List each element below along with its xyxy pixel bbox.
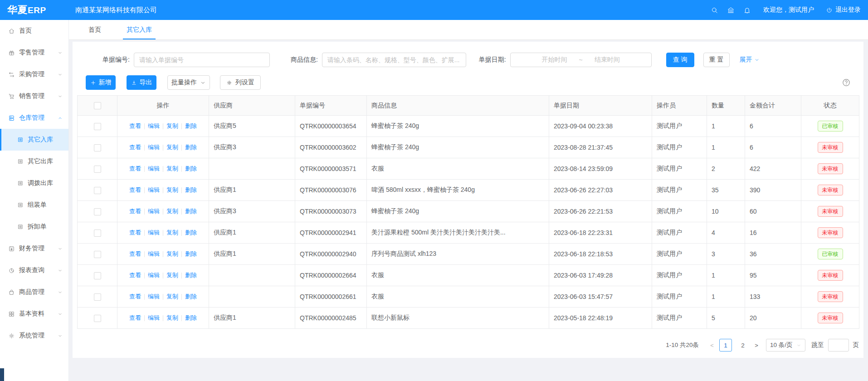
doc-icon [17, 224, 24, 230]
select-all-checkbox[interactable] [94, 102, 101, 109]
logout-button[interactable]: 退出登录 [826, 6, 861, 14]
action-separator [144, 315, 145, 321]
sidebar-item-11[interactable]: 报表查询 [0, 259, 68, 281]
expand-filters-link[interactable]: 展开 [740, 56, 760, 64]
row-checkbox[interactable] [94, 293, 101, 301]
sidebar-item-7[interactable]: 调拨出库 [0, 172, 68, 194]
material-input[interactable] [322, 53, 466, 67]
export-button[interactable]: 导出 [127, 75, 156, 90]
bill-no-cell: QTRK00000003571 [295, 158, 367, 180]
row-checkbox[interactable] [94, 272, 101, 279]
row-action-view[interactable]: 查看 [129, 165, 141, 173]
next-page-button[interactable]: > [751, 342, 761, 349]
row-checkbox[interactable] [94, 208, 101, 215]
row-action-delete[interactable]: 删除 [185, 293, 197, 301]
row-action-delete[interactable]: 删除 [185, 229, 197, 237]
sidebar-item-6[interactable]: 其它出库 [0, 151, 68, 172]
page-size-select[interactable]: 10 条/页 [766, 339, 805, 352]
row-action-view[interactable]: 查看 [129, 122, 141, 130]
row-action-copy[interactable]: 复制 [166, 207, 178, 215]
row-action-copy[interactable]: 复制 [166, 229, 178, 237]
row-checkbox[interactable] [94, 251, 101, 258]
row-action-view[interactable]: 查看 [129, 143, 141, 151]
row-action-edit[interactable]: 编辑 [148, 165, 160, 173]
row-action-view[interactable]: 查看 [129, 271, 141, 279]
row-action-copy[interactable]: 复制 [166, 122, 178, 130]
sidebar-item-8[interactable]: 组装单 [0, 194, 68, 216]
sidebar-item-9[interactable]: 拆卸单 [0, 216, 68, 238]
row-action-copy[interactable]: 复制 [166, 165, 178, 173]
sidebar-item-13[interactable]: 基本资料 [0, 303, 68, 325]
action-separator [144, 273, 145, 278]
row-action-edit[interactable]: 编辑 [148, 122, 160, 130]
row-action-copy[interactable]: 复制 [166, 314, 178, 322]
page-number-1[interactable]: 1 [719, 339, 732, 352]
checkbox-cell [78, 265, 117, 286]
row-action-view[interactable]: 查看 [129, 314, 141, 322]
row-action-edit[interactable]: 编辑 [148, 186, 160, 194]
date-range-picker[interactable]: 开始时间 ~ 结束时间 [510, 53, 652, 67]
sidebar-scroll-thumb[interactable] [0, 368, 4, 381]
page-number-2[interactable]: 2 [736, 339, 749, 352]
row-action-delete[interactable]: 删除 [185, 250, 197, 258]
tab-home[interactable]: 首页 [88, 20, 101, 39]
row-action-delete[interactable]: 删除 [185, 122, 197, 130]
prev-page-button[interactable]: < [707, 342, 717, 349]
row-action-view[interactable]: 查看 [129, 250, 141, 258]
row-action-view[interactable]: 查看 [129, 186, 141, 194]
row-checkbox[interactable] [94, 230, 101, 237]
sidebar-item-0[interactable]: 首页 [0, 20, 68, 42]
question-icon [842, 78, 851, 87]
row-action-edit[interactable]: 编辑 [148, 314, 160, 322]
row-action-edit[interactable]: 编辑 [148, 293, 160, 301]
sidebar-item-5[interactable]: 其它入库 [0, 129, 68, 151]
row-action-copy[interactable]: 复制 [166, 186, 178, 194]
row-action-edit[interactable]: 编辑 [148, 271, 160, 279]
row-action-delete[interactable]: 删除 [185, 271, 197, 279]
table-row: 查看编辑复制删除供应商5QTRK00000003654蜂蜜柚子茶 240g202… [78, 116, 859, 137]
total-cell: 20 [745, 308, 801, 329]
row-action-delete[interactable]: 删除 [185, 186, 197, 194]
row-action-edit[interactable]: 编辑 [148, 229, 160, 237]
row-action-delete[interactable]: 删除 [185, 165, 197, 173]
row-action-copy[interactable]: 复制 [166, 293, 178, 301]
row-action-delete[interactable]: 删除 [185, 207, 197, 215]
sidebar-item-10[interactable]: 财务管理 [0, 238, 68, 259]
row-checkbox[interactable] [94, 144, 101, 151]
row-action-delete[interactable]: 删除 [185, 314, 197, 322]
search-submit-button[interactable]: 查 询 [666, 53, 694, 67]
row-checkbox[interactable] [94, 315, 101, 322]
sidebar-item-12[interactable]: 商品管理 [0, 281, 68, 303]
operator-cell: 测试用户 [652, 308, 707, 329]
notification-button[interactable] [739, 0, 755, 20]
row-action-copy[interactable]: 复制 [166, 143, 178, 151]
batch-actions-dropdown[interactable]: 批量操作 [167, 75, 210, 90]
row-action-delete[interactable]: 删除 [185, 143, 197, 151]
row-action-copy[interactable]: 复制 [166, 271, 178, 279]
platform-button[interactable] [722, 0, 739, 20]
bill-no-input[interactable] [134, 53, 270, 67]
jump-to-page-input[interactable] [828, 339, 849, 352]
add-button[interactable]: 新增 [86, 75, 116, 90]
row-checkbox[interactable] [94, 123, 101, 130]
row-action-view[interactable]: 查看 [129, 293, 141, 301]
sidebar-item-2[interactable]: 采购管理 [0, 64, 68, 85]
row-action-edit[interactable]: 编辑 [148, 207, 160, 215]
search-button[interactable] [706, 0, 722, 20]
row-action-view[interactable]: 查看 [129, 207, 141, 215]
content-card: 单据编号: 商品信息: 单据日期: 开始时间 ~ 结束时间 查 询 重 置 展开… [73, 42, 863, 358]
row-action-copy[interactable]: 复制 [166, 250, 178, 258]
column-settings-button[interactable]: 列设置 [220, 75, 261, 90]
sidebar-item-1[interactable]: 零售管理 [0, 42, 68, 64]
sidebar-item-3[interactable]: 销售管理 [0, 85, 68, 107]
row-checkbox[interactable] [94, 166, 101, 173]
sidebar-item-4[interactable]: 仓库管理 [0, 107, 68, 129]
reset-button[interactable]: 重 置 [703, 53, 730, 67]
row-checkbox[interactable] [94, 187, 101, 194]
row-action-edit[interactable]: 编辑 [148, 250, 160, 258]
tab-other-inbound[interactable]: 其它入库 [127, 20, 152, 39]
help-button[interactable] [842, 78, 851, 87]
row-action-edit[interactable]: 编辑 [148, 143, 160, 151]
row-action-view[interactable]: 查看 [129, 229, 141, 237]
sidebar-item-14[interactable]: 系统管理 [0, 325, 68, 347]
